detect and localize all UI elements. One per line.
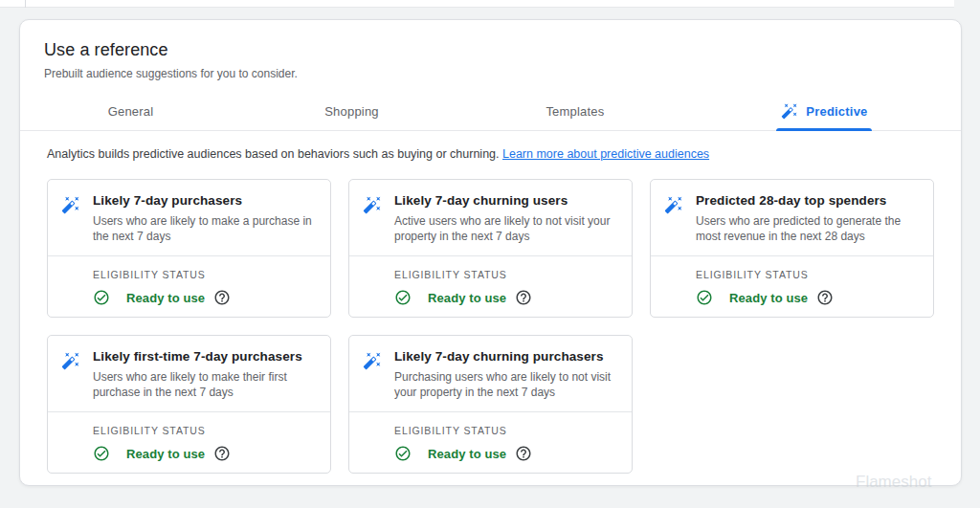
help-icon[interactable] (515, 289, 532, 306)
card-title: Likely 7-day churning purchasers (394, 349, 618, 364)
card-description: Purchasing users who are likely to not v… (394, 369, 618, 400)
check-circle-icon (93, 445, 110, 462)
card-likely-first-time-7-day-purchasers[interactable]: Likely first-time 7-day purchasers Users… (47, 335, 331, 474)
card-top: Likely 7-day purchasers Users who are li… (48, 180, 330, 256)
card-title: Likely first-time 7-day purchasers (93, 349, 317, 364)
card-top: Likely 7-day churning purchasers Purchas… (349, 336, 632, 412)
intro-text: Analytics builds predictive audiences ba… (47, 147, 500, 161)
status-row: Ready to use (696, 289, 920, 306)
tab-shopping[interactable]: Shopping (241, 92, 462, 130)
status-text: Ready to use (428, 447, 506, 461)
predictive-intro: Analytics builds predictive audiences ba… (20, 131, 961, 161)
card-likely-7-day-churning-purchasers[interactable]: Likely 7-day churning purchasers Purchas… (348, 335, 633, 474)
card-description: Active users who are likely to not visit… (394, 213, 618, 244)
eligibility-status-label: ELIGIBILITY STATUS (394, 269, 618, 280)
status-row: Ready to use (93, 289, 317, 306)
tab-label: Templates (546, 104, 604, 119)
learn-more-link[interactable]: Learn more about predictive audiences (502, 147, 709, 161)
magic-wand-icon (363, 195, 382, 214)
eligibility-status-label: ELIGIBILITY STATUS (93, 269, 317, 280)
check-circle-icon (696, 289, 713, 306)
magic-wand-icon (664, 195, 683, 214)
check-circle-icon (394, 445, 412, 462)
tab-templates[interactable]: Templates (462, 92, 688, 130)
check-circle-icon (93, 289, 110, 306)
dialog-subtitle: Prebuilt audience suggestions for you to… (44, 67, 937, 80)
card-title: Predicted 28-day top spenders (696, 193, 920, 208)
magic-wand-icon (61, 351, 80, 370)
check-circle-icon (394, 289, 412, 306)
magic-wand-icon (781, 102, 798, 120)
status-row: Ready to use (394, 289, 618, 306)
status-row: Ready to use (394, 445, 618, 462)
top-strip-divider (25, 0, 26, 8)
card-top: Likely 7-day churning users Active users… (349, 180, 632, 256)
eligibility-status-label: ELIGIBILITY STATUS (93, 425, 317, 436)
card-status-section: ELIGIBILITY STATUS Ready to use (349, 412, 632, 473)
eligibility-status-label: ELIGIBILITY STATUS (696, 269, 920, 280)
tab-general[interactable]: General (20, 92, 241, 130)
tab-label: Shopping (324, 104, 379, 119)
status-text: Ready to use (126, 447, 205, 461)
use-a-reference-dialog: Use a reference Prebuilt audience sugges… (19, 19, 962, 486)
card-description: Users who are predicted to generate the … (696, 213, 920, 244)
status-text: Ready to use (729, 291, 808, 305)
card-predicted-28-day-top-spenders[interactable]: Predicted 28-day top spenders Users who … (650, 179, 934, 318)
card-top: Predicted 28-day top spenders Users who … (651, 180, 933, 256)
eligibility-status-label: ELIGIBILITY STATUS (394, 425, 618, 436)
card-status-section: ELIGIBILITY STATUS Ready to use (48, 256, 330, 317)
tab-predictive[interactable]: Predictive (688, 92, 961, 130)
tab-label: General (108, 104, 154, 119)
card-status-section: ELIGIBILITY STATUS Ready to use (349, 256, 632, 317)
card-description: Users who are likely to make a purchase … (93, 213, 317, 244)
card-top: Likely first-time 7-day purchasers Users… (48, 336, 330, 412)
card-title: Likely 7-day purchasers (93, 193, 317, 208)
help-icon[interactable] (213, 289, 231, 306)
active-tab-underline (776, 128, 872, 131)
magic-wand-icon (363, 351, 382, 370)
card-status-section: ELIGIBILITY STATUS Ready to use (651, 256, 933, 317)
tab-bar: General Shopping Templates Predictive (20, 92, 961, 131)
help-icon[interactable] (816, 289, 834, 306)
status-text: Ready to use (126, 291, 205, 305)
help-icon[interactable] (213, 445, 231, 462)
card-title: Likely 7-day churning users (394, 193, 618, 208)
top-strip (0, 0, 954, 8)
card-description: Users who are likely to make their first… (93, 369, 317, 400)
help-icon[interactable] (515, 445, 532, 462)
card-likely-7-day-purchasers[interactable]: Likely 7-day purchasers Users who are li… (47, 179, 331, 318)
audience-card-grid: Likely 7-day purchasers Users who are li… (20, 161, 961, 474)
dialog-header: Use a reference Prebuilt audience sugges… (20, 20, 961, 80)
card-status-section: ELIGIBILITY STATUS Ready to use (48, 412, 330, 473)
magic-wand-icon (61, 195, 80, 214)
status-text: Ready to use (428, 291, 506, 305)
dialog-title: Use a reference (44, 40, 937, 60)
tab-label: Predictive (806, 104, 867, 119)
card-likely-7-day-churning-users[interactable]: Likely 7-day churning users Active users… (348, 179, 633, 318)
status-row: Ready to use (93, 445, 317, 462)
